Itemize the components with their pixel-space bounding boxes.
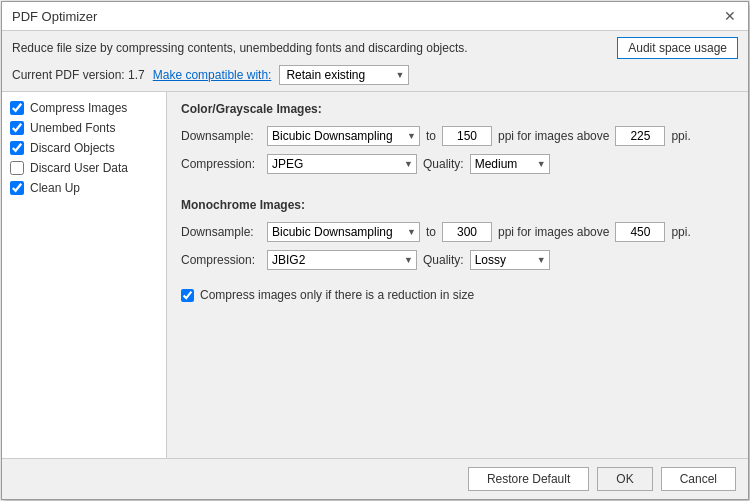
mono-to-label: to [426,225,436,239]
audit-space-usage-button[interactable]: Audit space usage [617,37,738,59]
color-ppi-above-label: ppi for images above [498,129,609,143]
discard-objects-label: Discard Objects [30,141,115,155]
mono-downsample-select-wrap: Bicubic Downsampling Average Downsamplin… [267,222,420,242]
unembed-fonts-label: Unembed Fonts [30,121,115,135]
compress-only-label: Compress images only if there is a reduc… [200,288,474,302]
compress-only-checkbox[interactable] [181,289,194,302]
main-content: Compress Images Unembed Fonts Discard Ob… [2,91,748,458]
color-ppi-above-input[interactable] [615,126,665,146]
ok-button[interactable]: OK [597,467,652,491]
subtitle-text: Reduce file size by compressing contents… [12,41,468,55]
footer: Restore Default OK Cancel [2,458,748,499]
clean-up-label: Clean Up [30,181,80,195]
right-panel: Color/Grayscale Images: Downsample: Bicu… [167,92,748,458]
clean-up-checkbox[interactable] [10,181,24,195]
mono-downsample-select[interactable]: Bicubic Downsampling Average Downsamplin… [267,222,420,242]
compat-select[interactable]: Retain existing Acrobat 4 and later Acro… [279,65,409,85]
discard-user-data-label: Discard User Data [30,161,128,175]
compat-select-wrapper: Retain existing Acrobat 4 and later Acro… [279,65,409,85]
color-downsample-label: Downsample: [181,129,261,143]
pdf-version-label: Current PDF version: 1.7 [12,68,145,82]
color-downsample-select[interactable]: Bicubic Downsampling Average Downsamplin… [267,126,420,146]
compress-only-row: Compress images only if there is a reduc… [181,288,734,302]
mono-ppi-above-label: ppi for images above [498,225,609,239]
color-quality-label: Quality: [423,157,464,171]
restore-default-button[interactable]: Restore Default [468,467,589,491]
color-downsample-row: Downsample: Bicubic Downsampling Average… [181,126,734,146]
color-compression-select-wrap: JPEG JPEG 2000 ZIP None [267,154,417,174]
color-quality-select[interactable]: Medium Low High Maximum Minimum [470,154,550,174]
dialog-title: PDF Optimizer [12,9,97,24]
color-compression-label: Compression: [181,157,261,171]
mono-downsample-label: Downsample: [181,225,261,239]
pdf-optimizer-dialog: PDF Optimizer ✕ Reduce file size by comp… [1,1,749,500]
sidebar-item-clean-up[interactable]: Clean Up [2,178,166,198]
unembed-fonts-checkbox[interactable] [10,121,24,135]
compress-images-label: Compress Images [30,101,127,115]
color-quality-select-wrap: Medium Low High Maximum Minimum [470,154,550,174]
section-sep-1 [181,182,734,198]
compress-images-checkbox[interactable] [10,101,24,115]
sidebar: Compress Images Unembed Fonts Discard Ob… [2,92,167,458]
make-compatible-link[interactable]: Make compatible with: [153,68,272,82]
mono-ppi-unit: ppi. [671,225,690,239]
discard-objects-checkbox[interactable] [10,141,24,155]
color-section-title: Color/Grayscale Images: [181,102,734,116]
mono-quality-select-wrap: Lossy Lossless [470,250,550,270]
color-downsample-select-wrap: Bicubic Downsampling Average Downsamplin… [267,126,420,146]
mono-downsample-row: Downsample: Bicubic Downsampling Average… [181,222,734,242]
subtitle-row: Reduce file size by compressing contents… [2,31,748,63]
mono-section-title: Monochrome Images: [181,198,734,212]
mono-ppi-above-input[interactable] [615,222,665,242]
title-bar: PDF Optimizer ✕ [2,2,748,31]
color-ppi-unit: ppi. [671,129,690,143]
color-compression-row: Compression: JPEG JPEG 2000 ZIP None Qua… [181,154,734,174]
sidebar-item-compress-images[interactable]: Compress Images [2,98,166,118]
mono-compression-row: Compression: JBIG2 CCITT Group 4 ZIP Non… [181,250,734,270]
mono-ppi-input[interactable] [442,222,492,242]
color-ppi-input[interactable] [442,126,492,146]
sidebar-item-discard-objects[interactable]: Discard Objects [2,138,166,158]
cancel-button[interactable]: Cancel [661,467,736,491]
compat-row: Current PDF version: 1.7 Make compatible… [2,63,748,91]
mono-quality-label: Quality: [423,253,464,267]
sidebar-item-discard-user-data[interactable]: Discard User Data [2,158,166,178]
color-to-label: to [426,129,436,143]
mono-compression-select[interactable]: JBIG2 CCITT Group 4 ZIP None [267,250,417,270]
discard-user-data-checkbox[interactable] [10,161,24,175]
mono-quality-select[interactable]: Lossy Lossless [470,250,550,270]
color-compression-select[interactable]: JPEG JPEG 2000 ZIP None [267,154,417,174]
mono-compression-select-wrap: JBIG2 CCITT Group 4 ZIP None [267,250,417,270]
mono-compression-label: Compression: [181,253,261,267]
close-button[interactable]: ✕ [722,8,738,24]
sidebar-item-unembed-fonts[interactable]: Unembed Fonts [2,118,166,138]
